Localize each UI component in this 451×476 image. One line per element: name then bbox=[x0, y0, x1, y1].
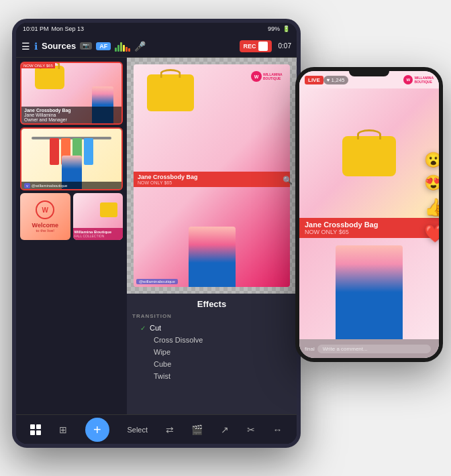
transition-wipe-label: Wipe bbox=[154, 348, 170, 356]
video-icon: 🎬 bbox=[191, 424, 203, 435]
bag-thumb bbox=[35, 66, 64, 89]
phone-product-price: NOW ONLY $65 bbox=[305, 229, 434, 235]
bar1 bbox=[115, 48, 117, 52]
emoji-love: ❤️ bbox=[424, 223, 443, 244]
rec-label: REC bbox=[244, 43, 256, 50]
gc2 bbox=[36, 424, 41, 429]
sources-badge: 📷 bbox=[80, 42, 92, 50]
transition-icon: ↗ bbox=[221, 424, 229, 435]
gc4 bbox=[36, 430, 41, 435]
src2-preview bbox=[21, 129, 121, 189]
select-button[interactable]: Select bbox=[127, 426, 148, 434]
grid-button[interactable] bbox=[30, 424, 41, 435]
src2-label: v @willaminaboutique bbox=[21, 182, 121, 189]
magnify-icon[interactable]: 🔍 bbox=[283, 176, 293, 185]
transition-cube[interactable]: Cube bbox=[132, 358, 291, 370]
phone-bag bbox=[342, 136, 396, 176]
heart-icon-phone: ♥ bbox=[327, 77, 330, 83]
src1-label: Jane Crossbody Bag Jane Willamina Owner … bbox=[21, 107, 121, 123]
top-toolbar: ☰ ℹ Sources 📷 AF 🎤 REC bbox=[16, 35, 297, 58]
swap-icon: ⇄ bbox=[166, 424, 174, 435]
src1-person-role: Owner and Manager bbox=[24, 117, 119, 122]
swap-button[interactable]: ⇄ bbox=[166, 424, 174, 435]
mic-icon[interactable]: 🎤 bbox=[134, 41, 146, 52]
transition-cross-dissolve[interactable]: Cross Dissolve bbox=[132, 334, 291, 346]
boutique-label: Willamina Boutique FALL COLLECTION bbox=[73, 228, 123, 240]
phone-person-section bbox=[299, 238, 439, 339]
w-circle: W bbox=[36, 200, 54, 219]
src1-person-name: Jane Willamina bbox=[24, 113, 119, 117]
clothes-1 bbox=[50, 138, 59, 165]
phone-product-title: Jane Crossbody Bag bbox=[305, 221, 434, 229]
hamburger-icon[interactable]: ☰ bbox=[21, 41, 30, 52]
flip-icon: ↔ bbox=[273, 424, 283, 435]
source-thumb-1: NOW ONLY $65 Jane Crossbody Bag Jane Wil… bbox=[21, 63, 121, 123]
video-button[interactable]: 🎬 bbox=[191, 424, 203, 435]
transition-twist[interactable]: Twist bbox=[132, 370, 291, 382]
camera-icon: 📷 bbox=[83, 43, 89, 49]
cut-button[interactable]: ✂ bbox=[247, 424, 255, 435]
source-thumb-3: W Welcome to the live! bbox=[20, 193, 70, 240]
bar3 bbox=[120, 42, 122, 52]
af-badge[interactable]: AF bbox=[96, 42, 111, 50]
welcome-sub: to the live! bbox=[36, 229, 54, 233]
audio-bars bbox=[115, 41, 130, 52]
phone-bag-section bbox=[299, 88, 439, 218]
cut-icon: ✂ bbox=[247, 424, 255, 435]
info-icon[interactable]: ℹ bbox=[34, 41, 38, 52]
source-row-bottom: W Welcome to the live! bbox=[20, 193, 123, 240]
emoji-wow: 😮 bbox=[424, 152, 443, 169]
bar4 bbox=[123, 45, 125, 52]
gc3 bbox=[30, 430, 35, 435]
transition-cube-label: Cube bbox=[154, 360, 171, 368]
phone-logo: W WILLAMINABOUTIQUE bbox=[403, 75, 434, 84]
source-item-2[interactable]: v @willaminaboutique bbox=[20, 127, 123, 190]
phone-bottom-bar: final Write a comment... bbox=[299, 339, 439, 358]
viewer-number: 1,245 bbox=[332, 77, 345, 83]
watermark-2: v @willaminaboutique bbox=[24, 183, 67, 188]
boutique-bag bbox=[100, 202, 117, 217]
bottom-bar: ⊞ + Select ⇄ 🎬 ↗ ✂ bbox=[16, 414, 297, 444]
battery-icon: 🔋 bbox=[283, 25, 290, 32]
transition-button[interactable]: ↗ bbox=[221, 424, 229, 435]
source-item-4[interactable]: Willamina Boutique FALL COLLECTION bbox=[73, 193, 123, 240]
transition-cut-label: Cut bbox=[150, 324, 161, 332]
preview-bag-area bbox=[134, 64, 290, 187]
flip-button[interactable]: ↔ bbox=[273, 424, 283, 435]
stop-button[interactable] bbox=[258, 42, 268, 51]
comment-box[interactable]: Write a comment... bbox=[317, 345, 431, 353]
source-item-3[interactable]: W Welcome to the live! bbox=[20, 193, 70, 240]
viewer-count: ♥ 1,245 bbox=[323, 76, 348, 84]
comment-placeholder: Write a comment... bbox=[323, 346, 368, 352]
transition-label: TRANSITION bbox=[132, 313, 291, 319]
transition-cross-label: Cross Dissolve bbox=[154, 336, 203, 344]
source-item-1[interactable]: NOW ONLY $65 Jane Crossbody Bag Jane Wil… bbox=[20, 62, 123, 125]
transition-wipe[interactable]: Wipe bbox=[132, 346, 291, 358]
select-label: Select bbox=[127, 426, 148, 434]
preview-card: W WILLAMINABOUTIQUE Jane Crossbody Bag N… bbox=[134, 64, 290, 287]
phone-logo-text: WILLAMINABOUTIQUE bbox=[414, 76, 434, 84]
transition-cut[interactable]: ✓ Cut bbox=[132, 322, 291, 334]
bar5 bbox=[126, 47, 128, 52]
src4-preview: Willamina Boutique FALL COLLECTION bbox=[73, 193, 123, 240]
preview-watermark: @willaminaboutique bbox=[136, 279, 178, 284]
phone-screen: LIVE ♥ 1,245 W WILLAMINABOUTIQUE Jane Cr… bbox=[299, 71, 439, 358]
src1-sublabel: NOW ONLY $65 bbox=[21, 63, 55, 68]
toolbar-title: Sources bbox=[42, 41, 76, 51]
welcome-text: Welcome bbox=[32, 222, 58, 229]
source-list: NOW ONLY $65 Jane Crossbody Bag Jane Wil… bbox=[16, 58, 127, 414]
plus-icon: + bbox=[93, 423, 101, 436]
live-badge: LIVE bbox=[305, 76, 323, 84]
date-display: Mon Sep 13 bbox=[52, 25, 85, 32]
emoji-heart-eyes: 😍 bbox=[424, 174, 443, 192]
phone-person bbox=[336, 245, 403, 339]
time-display: 10:01 PM bbox=[23, 25, 49, 32]
gc1 bbox=[30, 424, 35, 429]
emoji-thumbs-up: 👍 bbox=[424, 197, 443, 218]
phone-logo-circle: W bbox=[403, 75, 413, 84]
preview-canvas: W WILLAMINABOUTIQUE Jane Crossbody Bag N… bbox=[127, 58, 297, 294]
layout-button[interactable]: ⊞ bbox=[59, 424, 67, 435]
layout-icon: ⊞ bbox=[59, 424, 67, 435]
add-button[interactable]: + bbox=[85, 418, 109, 442]
src3-preview: W Welcome to the live! bbox=[20, 193, 70, 240]
